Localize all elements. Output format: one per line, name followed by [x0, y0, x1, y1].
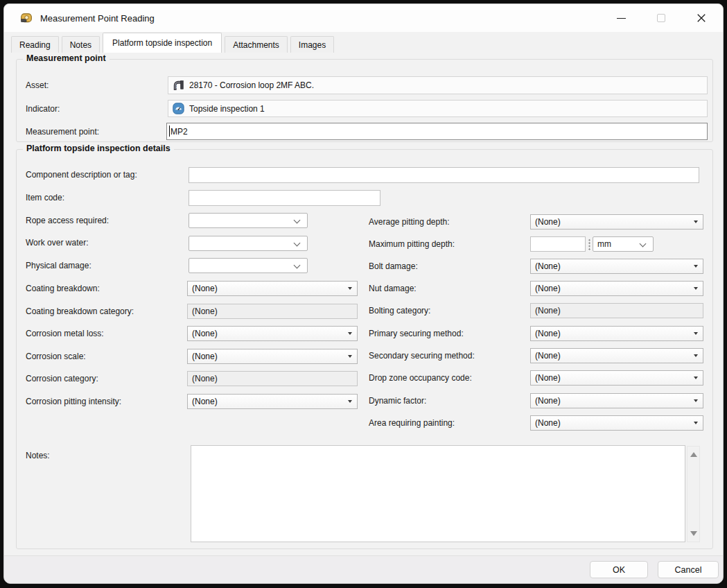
tab-images[interactable]: Images — [290, 36, 334, 53]
bolting-category-field: (None) — [530, 303, 703, 318]
bolting-category-label: Bolting category: — [369, 306, 430, 315]
corrosion-pitting-intensity-combo[interactable]: (None) — [187, 394, 358, 409]
measurement-point-group: Measurement point Asset: 3 28170 - Corro… — [16, 59, 713, 142]
primary-securing-method-combo[interactable]: (None) — [530, 326, 703, 341]
work-over-water-select[interactable] — [189, 236, 308, 251]
measurement-point-input[interactable] — [166, 123, 708, 140]
chevron-down-icon — [294, 240, 301, 247]
chevron-down-icon — [294, 262, 301, 269]
corrosion-metal-loss-combo[interactable]: (None) — [187, 326, 358, 341]
average-pitting-depth-combo[interactable]: (None) — [530, 214, 703, 230]
titlebar: Measurement Point Reading — [4, 4, 723, 32]
indicator-field: Topside inspection 1 — [168, 100, 708, 117]
rope-access-required-select[interactable] — [189, 213, 308, 228]
group-title: Platform topside inspection details — [23, 144, 174, 153]
measurement-point-label: Measurement point: — [26, 127, 99, 137]
item-code-label: Item code: — [26, 193, 64, 202]
combo-value: (None) — [188, 284, 342, 293]
asset-value: 28170 - Corrosion loop 2MF ABC. — [186, 80, 314, 90]
area-requiring-painting-combo[interactable]: (None) — [530, 415, 703, 431]
close-button[interactable] — [681, 4, 721, 32]
combo-value: (None) — [531, 217, 688, 227]
physical-damage-select[interactable] — [189, 258, 308, 273]
combo-value: (None) — [188, 352, 342, 361]
dropdown-arrow-icon — [688, 259, 703, 273]
maximize-button[interactable] — [641, 4, 681, 32]
bolt-damage-label: Bolt damage: — [369, 261, 418, 271]
notes-scrollbar[interactable] — [687, 446, 700, 542]
indicator-value: Topside inspection 1 — [186, 104, 265, 114]
primary-securing-method-label: Primary securing method: — [369, 329, 464, 338]
dropdown-arrow-icon — [688, 215, 703, 229]
tab-attachments[interactable]: Attachments — [225, 36, 288, 53]
maximum-pitting-depth-unit-select[interactable]: mm — [593, 236, 654, 252]
notes-textarea[interactable] — [191, 445, 685, 542]
component-description-input[interactable] — [189, 167, 699, 183]
details-group: Platform topside inspection details Comp… — [16, 149, 713, 549]
drop-zone-occupancy-code-label: Drop zone occupancy code: — [369, 373, 472, 383]
tab-reading[interactable]: Reading — [11, 36, 59, 53]
combo-value: (None) — [188, 329, 342, 338]
dropdown-arrow-icon — [688, 371, 703, 385]
notes-label: Notes: — [26, 451, 50, 460]
corrosion-scale-label: Corrosion scale: — [26, 352, 86, 361]
maximum-pitting-depth-label: Maximum pitting depth: — [369, 239, 455, 249]
footer-bar: OK Cancel — [4, 555, 723, 584]
area-requiring-painting-label: Area requiring painting: — [369, 418, 455, 428]
ok-button[interactable]: OK — [590, 561, 648, 578]
cancel-button[interactable]: Cancel — [658, 561, 719, 578]
maximum-pitting-depth-input[interactable] — [530, 236, 586, 252]
window-controls — [601, 4, 721, 32]
close-icon — [697, 13, 706, 23]
dropdown-arrow-icon — [688, 394, 703, 408]
coating-breakdown-label: Coating breakdown: — [26, 284, 100, 293]
combo-value: (None) — [531, 373, 688, 383]
coating-breakdown-category-label: Coating breakdown category: — [26, 306, 134, 316]
secondary-securing-method-combo[interactable]: (None) — [530, 348, 703, 363]
svg-text:3: 3 — [175, 84, 178, 89]
rope-access-required-label: Rope access required: — [26, 216, 109, 225]
maximize-icon — [657, 14, 665, 22]
tab-platform-topside-inspection[interactable]: Platform topside inspection — [103, 33, 222, 53]
component-description-label: Component description or tag: — [26, 170, 137, 180]
nut-damage-combo[interactable]: (None) — [530, 281, 703, 296]
group-title: Measurement point — [23, 53, 110, 63]
readonly-value: (None) — [192, 306, 218, 316]
nut-damage-label: Nut damage: — [369, 284, 417, 293]
measurement-point-reading-dialog: Measurement Point Reading Reading Notes … — [3, 3, 724, 584]
coating-breakdown-category-field: (None) — [187, 304, 358, 319]
asset-corrosion-loop-icon: 3 — [170, 78, 186, 93]
text-caret — [169, 126, 170, 137]
combo-value: (None) — [531, 329, 688, 338]
drop-zone-occupancy-code-combo[interactable]: (None) — [530, 370, 703, 386]
corrosion-scale-combo[interactable]: (None) — [187, 349, 358, 364]
dropdown-arrow-icon — [688, 416, 703, 430]
dynamic-factor-combo[interactable]: (None) — [530, 393, 703, 408]
tab-notes[interactable]: Notes — [62, 36, 100, 53]
indicator-gauge-icon — [170, 101, 186, 116]
chevron-down-icon — [294, 217, 301, 224]
physical-damage-label: Physical damage: — [26, 261, 91, 270]
combo-value: (None) — [531, 284, 688, 293]
scroll-down-icon[interactable] — [690, 531, 697, 536]
coating-breakdown-combo[interactable]: (None) — [187, 281, 358, 296]
combo-value: (None) — [531, 418, 688, 428]
dropdown-arrow-icon — [342, 327, 357, 340]
combo-value: (None) — [531, 261, 688, 271]
corrosion-pitting-intensity-label: Corrosion pitting intensity: — [26, 397, 121, 406]
item-code-input[interactable] — [189, 190, 380, 206]
bolt-damage-combo[interactable]: (None) — [530, 259, 703, 274]
combo-value: (None) — [188, 397, 342, 406]
corrosion-category-field: (None) — [187, 371, 358, 386]
asset-field: 3 28170 - Corrosion loop 2MF ABC. — [168, 76, 708, 94]
average-pitting-depth-label: Average pitting depth: — [369, 217, 450, 227]
dropdown-arrow-icon — [688, 282, 703, 295]
dropdown-arrow-icon — [688, 349, 703, 363]
minimize-button[interactable] — [601, 4, 641, 32]
corrosion-metal-loss-label: Corrosion metal loss: — [26, 329, 104, 338]
spinner-dots-icon — [588, 239, 590, 250]
readonly-value: (None) — [535, 306, 561, 315]
dropdown-arrow-icon — [342, 282, 357, 295]
dynamic-factor-label: Dynamic factor: — [369, 396, 426, 406]
scroll-up-icon[interactable] — [690, 452, 697, 457]
